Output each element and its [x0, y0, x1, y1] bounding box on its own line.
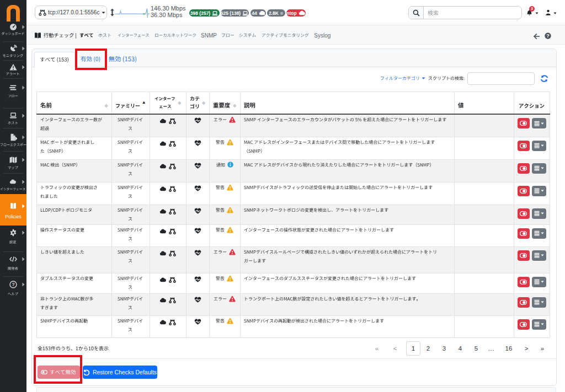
svg-text:?: ?	[546, 33, 550, 39]
svg-text:?: ?	[12, 282, 14, 287]
